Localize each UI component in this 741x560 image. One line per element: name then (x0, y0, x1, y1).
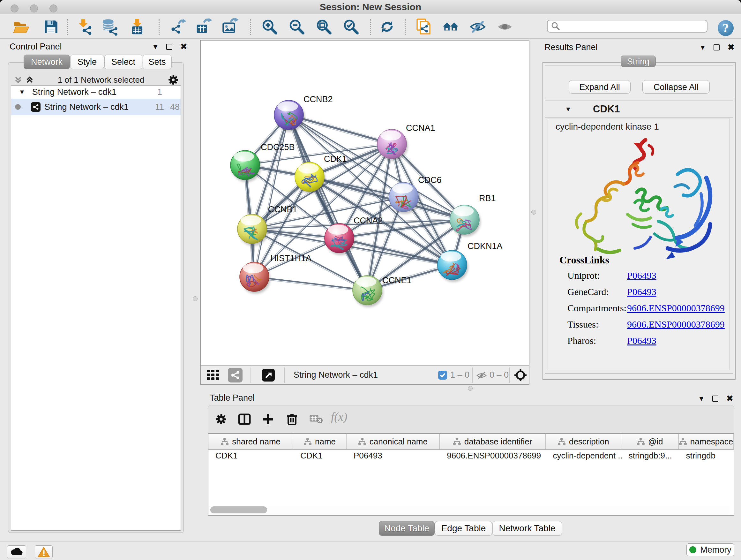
function-builder-icon[interactable]: f(x) (331, 410, 347, 424)
clear-table-icon[interactable] (309, 412, 324, 425)
tab-edge-table[interactable]: Edge Table (435, 521, 492, 536)
column-tree-icon (220, 438, 229, 445)
column-header-description[interactable]: description (546, 434, 621, 449)
zoom-fit-icon[interactable] (314, 18, 333, 36)
control-tab-network[interactable]: Network (23, 55, 70, 69)
control-tab-select[interactable]: Select (105, 55, 142, 69)
copy-annotations-icon[interactable] (414, 18, 433, 36)
column-header--id[interactable]: @id (621, 434, 679, 449)
zoom-selected-icon[interactable] (341, 18, 360, 36)
delete-column-icon[interactable] (285, 412, 299, 426)
toolbar-separator (405, 19, 406, 35)
expand-all-networks-icon[interactable] (23, 75, 35, 85)
net-toolbar-separator (284, 368, 285, 383)
tab-node-table[interactable]: Node Table (379, 521, 434, 536)
control-panel-menu-icon[interactable]: ▼ (152, 44, 159, 50)
table-panel-close-icon[interactable]: ✖ (726, 394, 733, 403)
network-canvas[interactable]: CCNB2CCNA1CDC25BCDK1CDC6RB1CCNB1CCNA2CDK… (201, 41, 529, 365)
scrollbar-thumb[interactable] (210, 506, 267, 513)
crosslink-value-link[interactable]: P06493 (627, 287, 657, 297)
table-panel-menu-icon[interactable]: ▼ (698, 395, 705, 402)
collapse-all-button[interactable]: Collapse All (643, 80, 710, 94)
tab-network-table[interactable]: Network Table (492, 521, 562, 536)
crosslink-value-link[interactable]: 9606.ENSP00000378699 (627, 303, 725, 314)
collapse-all-networks-icon[interactable] (11, 75, 23, 85)
export-image-icon[interactable] (220, 18, 239, 36)
table-row[interactable]: CDK1CDK1P064939606.ENSP00000378699cyclin… (208, 450, 734, 462)
toolbar-separator (67, 19, 68, 35)
string-share-button[interactable] (228, 368, 243, 382)
results-entry-header[interactable]: ▼ CDK1 (545, 101, 733, 118)
control-panel-float-icon[interactable] (166, 44, 172, 50)
table-cell[interactable]: stringdb:9... (622, 451, 679, 461)
fit-selected-crosshair-icon[interactable] (514, 368, 527, 382)
refresh-icon[interactable] (378, 18, 397, 36)
import-table-icon[interactable] (128, 18, 147, 36)
results-panel-menu-icon[interactable]: ▼ (699, 44, 706, 51)
birdseye-grid-icon[interactable] (205, 368, 220, 382)
import-network-icon[interactable] (75, 18, 94, 36)
crosslink-value-link[interactable]: P06493 (627, 270, 657, 281)
column-header-namespace[interactable]: namespace (679, 434, 734, 449)
selected-checkbox-icon[interactable] (438, 371, 447, 380)
crosslink-value-link[interactable]: 9606.ENSP00000378699 (627, 319, 725, 330)
table-cell[interactable]: CDK1 (293, 451, 347, 461)
control-panel-close-icon[interactable]: ✖ (180, 43, 187, 51)
show-eye-icon[interactable] (495, 18, 515, 36)
save-session-icon[interactable] (42, 18, 61, 36)
cloud-button[interactable] (7, 545, 26, 558)
hidden-eye-icon[interactable] (476, 370, 487, 381)
column-header-name[interactable]: name (293, 434, 347, 449)
network-view: CCNB2CCNA1CDC25BCDK1CDC6RB1CCNB1CCNA2CDK… (200, 40, 529, 385)
column-header-canonical-name[interactable]: canonical name (347, 434, 440, 449)
table-cell[interactable]: cyclin-dependent ... (546, 451, 621, 461)
splitter-grip-right[interactable] (531, 210, 536, 214)
search-box[interactable] (547, 20, 708, 33)
node-label-HIST1H1A: HIST1H1A (270, 253, 312, 263)
column-header-database-identifier[interactable]: database identifier (440, 434, 546, 449)
memory-button[interactable]: Memory (686, 543, 734, 556)
hide-eye-icon[interactable] (468, 18, 487, 36)
table-panel-float-icon[interactable] (712, 395, 718, 401)
open-in-browser-icon[interactable] (262, 369, 275, 381)
add-column-icon[interactable] (261, 412, 275, 426)
zoom-in-icon[interactable] (260, 18, 279, 36)
help-button[interactable]: ? (718, 20, 734, 36)
split-view-icon[interactable] (238, 412, 252, 426)
home-pair-icon[interactable] (441, 18, 460, 36)
open-file-icon[interactable] (11, 18, 30, 36)
table-gear-icon[interactable] (214, 412, 228, 426)
network-icon (21, 102, 41, 112)
crosslink-value-link[interactable]: P06493 (627, 335, 657, 346)
tab-string[interactable]: String (621, 56, 656, 67)
control-tab-sets[interactable]: Sets (143, 55, 172, 69)
collection-expand-icon[interactable]: ▼ (19, 88, 25, 96)
results-panel-close-icon[interactable]: ✖ (727, 43, 735, 52)
new-network-icon[interactable] (168, 18, 187, 36)
control-tab-style[interactable]: Style (70, 55, 104, 69)
table-cell[interactable]: stringdb (679, 451, 734, 461)
splitter-grip-bottom[interactable] (468, 386, 473, 391)
expand-all-button[interactable]: Expand All (569, 80, 630, 94)
import-database-icon[interactable] (100, 18, 119, 36)
column-header-shared-name[interactable]: shared name (208, 434, 293, 449)
network-options-gear-icon[interactable] (167, 73, 181, 86)
network-collection-row[interactable]: ▼ String Network – cdk1 1 (11, 85, 181, 99)
table-cell[interactable]: P06493 (347, 451, 440, 461)
results-entry-content: cyclin-dependent kinase 1 (548, 118, 730, 370)
warnings-button[interactable] (35, 545, 53, 558)
zoom-out-icon[interactable] (287, 18, 307, 36)
table-cell[interactable]: 9606.ENSP00000378699 (440, 451, 546, 461)
search-input[interactable] (560, 21, 707, 32)
selected-count: 1 – 0 (450, 370, 469, 380)
entry-collapse-icon[interactable]: ▼ (565, 105, 571, 113)
table-horizontal-scrollbar[interactable] (209, 505, 729, 514)
table-cell[interactable]: CDK1 (208, 451, 293, 461)
results-panel-window-controls: ▼ ✖ (699, 43, 735, 52)
splitter-grip-left[interactable] (193, 296, 198, 301)
new-table-icon[interactable] (194, 18, 213, 36)
results-panel-float-icon[interactable] (714, 44, 720, 51)
network-row-selected[interactable]: String Network – cdk1 11 48 (11, 99, 181, 115)
node-label-RB1: RB1 (479, 193, 496, 203)
current-network-name: String Network – cdk1 (293, 370, 378, 380)
